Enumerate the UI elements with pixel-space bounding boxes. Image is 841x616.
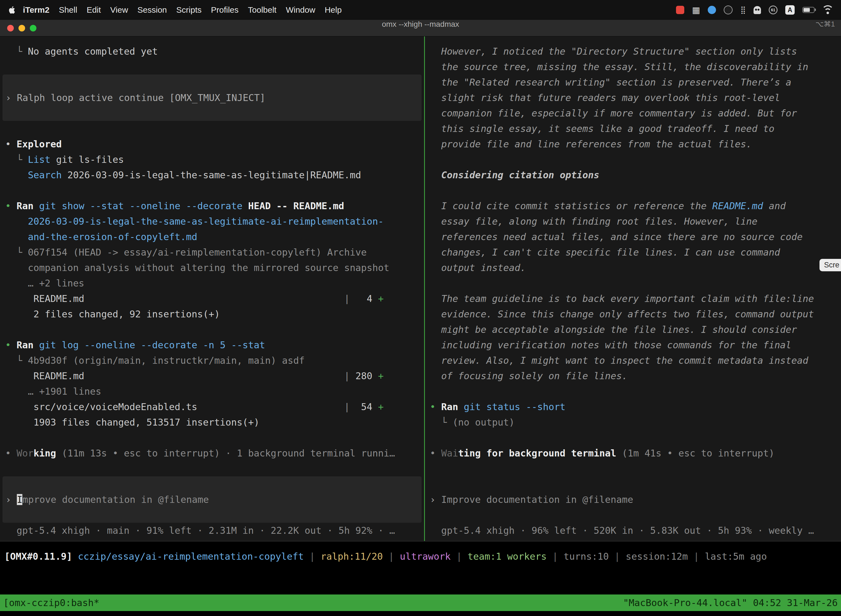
menu-help[interactable]: Help	[320, 0, 347, 20]
terminal-line: … +2 lines	[0, 276, 424, 291]
text-segment: Ran	[441, 401, 458, 412]
text-segment: Ran	[16, 200, 34, 211]
menu-scripts[interactable]: Scripts	[171, 0, 207, 20]
text-segment: ultrawork	[400, 551, 451, 562]
text-segment	[34, 200, 39, 211]
apple-menu-icon[interactable]	[8, 6, 15, 14]
text-segment: The team guideline is to back every impo…	[430, 293, 814, 304]
text-segment: Wai	[441, 448, 458, 459]
battery-icon[interactable]	[802, 7, 815, 13]
terminal-line: Search 2026-03-09-is-legal-the-same-as-l…	[0, 167, 424, 183]
text-segment: 280	[350, 370, 378, 381]
text-segment: ›	[6, 494, 17, 505]
screen-chip-button[interactable]: Scre	[819, 259, 841, 271]
text-segment: |	[197, 401, 350, 412]
text-segment: •	[430, 448, 441, 459]
text-segment: •	[5, 200, 16, 211]
prompt-input-text[interactable]: › Improve documentation in @filename	[3, 492, 422, 507]
text-segment: git ls-files	[50, 154, 124, 165]
terminal-line: • Working (11m 13s • esc to interrupt) ·…	[0, 446, 424, 461]
screen-recording-icon[interactable]	[676, 6, 684, 14]
window-title-bar[interactable]: omx --xhigh --madmax ⌥⌘1	[0, 20, 841, 37]
left-pane[interactable]: └ No agents completed yet› Ralph loop ac…	[0, 37, 424, 541]
terminal-line: 2026-03-09-is-legal-the-same-as-legitima…	[0, 214, 424, 229]
terminal-line: provide file and line references from th…	[425, 136, 841, 152]
text-segment: Improve documentation in @filename	[441, 494, 633, 505]
menu-iterm2[interactable]: iTerm2	[18, 0, 54, 20]
text-segment: └ (no output)	[430, 417, 514, 428]
keyboard-layout-icon[interactable]: A	[785, 5, 795, 15]
blue-app-icon[interactable]	[708, 6, 716, 14]
thinking-heading: Considering citation options	[425, 167, 841, 183]
terminal-line: changes, I can't cite specific file line…	[425, 245, 841, 260]
text-segment: HEAD -- README.md	[243, 200, 344, 211]
text-segment: |	[451, 551, 467, 562]
grid-app-icon[interactable]: ▦	[692, 6, 700, 14]
menu-session[interactable]: Session	[133, 0, 171, 20]
battery-gauge-icon[interactable]: 61	[769, 6, 778, 14]
ghost-app-icon[interactable]	[753, 6, 761, 14]
text-segment: ralph:11/20	[321, 551, 383, 562]
terminal-line: • Waiting for background terminal (1m 41…	[425, 446, 841, 461]
text-segment: cczip/essay/ai-reimplementation-copyleft	[78, 551, 304, 562]
text-segment: and-the-erosion-of-copyleft.md	[5, 231, 197, 242]
text-segment: •	[5, 139, 16, 150]
menu-edit[interactable]: Edit	[82, 0, 105, 20]
text-segment: Ran	[16, 339, 34, 351]
zoom-button[interactable]	[30, 25, 37, 31]
terminal-line: the source tree, missing the essay. Stil…	[425, 59, 841, 75]
blank-line	[0, 461, 424, 476]
text-segment: slight risk that future readers may over…	[430, 92, 780, 103]
text-segment: |	[84, 370, 350, 381]
text-segment: 2 files changed, 92 insertions(+)	[5, 308, 220, 320]
terminal-line: • Explored	[0, 136, 424, 152]
menu-toolbelt[interactable]: Toolbelt	[243, 0, 281, 20]
terminal-line: └ (no output)	[425, 415, 841, 430]
terminal-line: companion file, especially if more comme…	[425, 106, 841, 121]
blank-line	[425, 276, 841, 291]
text-segment: session:12m	[626, 551, 688, 562]
text-segment: 4	[350, 293, 378, 304]
prompt-input[interactable]: › Improve documentation in @filename	[3, 476, 422, 523]
terminal-line: └ List git ls-files	[0, 152, 424, 167]
text-segment: However, I noticed the "Directory Struct…	[430, 46, 797, 57]
text-segment: review. Also, I might want to inspect th…	[430, 355, 808, 366]
terminal: └ No agents completed yet› Ralph loop ac…	[0, 37, 841, 541]
text-segment: └ 067f154 (HEAD -> essay/ai-reimplementa…	[5, 247, 367, 258]
menu-profiles[interactable]: Profiles	[206, 0, 243, 20]
terminal-line: README.md | 280 +	[0, 368, 424, 384]
text-segment: essay file, along with finding root file…	[430, 216, 757, 227]
text-segment: (11m 13s • esc to interrupt) · 1 backgro…	[56, 448, 395, 459]
text-segment: might be acceptable alongside the file l…	[430, 324, 797, 335]
right-pane[interactable]: However, I noticed the "Directory Struct…	[425, 37, 841, 541]
wifi-icon[interactable]	[822, 6, 833, 14]
text-segment: No agents completed yet	[28, 46, 158, 57]
text-segment: output instead.	[430, 262, 526, 273]
text-segment: |	[383, 551, 400, 562]
menu-shell[interactable]: Shell	[54, 0, 82, 20]
text-segment: … +1901 lines	[5, 386, 101, 397]
text-segment: +	[378, 401, 384, 412]
menu-window[interactable]: Window	[281, 0, 320, 20]
text-segment: README.md	[5, 293, 84, 304]
omx-status-line: [OMX#0.11.9] cczip/essay/ai-reimplementa…	[4, 549, 841, 564]
minimize-button[interactable]	[19, 25, 25, 31]
blank-line	[425, 507, 841, 523]
window-controls	[7, 25, 37, 31]
terminal-line: The team guideline is to back every impo…	[425, 291, 841, 307]
text-segment: •	[5, 448, 16, 459]
blank-line	[425, 430, 841, 446]
terminal-line: • Ran git show --stat --oneline --decora…	[0, 198, 424, 214]
text-segment: 2026-03-09-is-legal-the-same-as-legitima…	[62, 169, 361, 180]
text-segment: •	[5, 339, 16, 351]
close-button[interactable]	[7, 25, 14, 31]
text-segment: |	[84, 293, 350, 304]
dark-circle-app-icon[interactable]	[724, 6, 733, 14]
text-segment: companion analysis without altering the …	[5, 262, 389, 273]
blank-line	[0, 59, 424, 75]
prompt-line[interactable]: › Improve documentation in @filename	[425, 492, 841, 507]
text-segment: team:1 workers	[468, 551, 547, 562]
dots-grid-icon[interactable]: ⣿	[740, 6, 746, 14]
text-segment: Explored	[16, 139, 62, 150]
menu-view[interactable]: View	[105, 0, 133, 20]
